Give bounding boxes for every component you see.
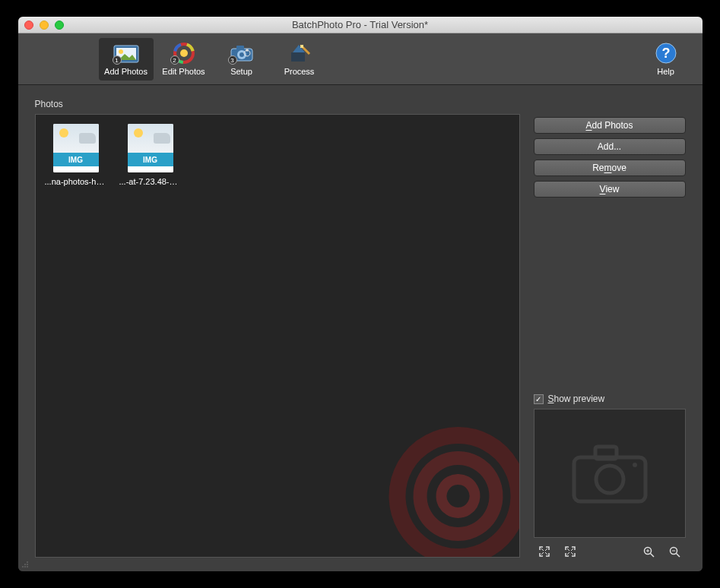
titlebar: BatchPhoto Pro - Trial Version* — [18, 17, 703, 33]
add-button[interactable]: Add... — [534, 138, 686, 155]
brand-swirl-icon — [382, 420, 520, 558]
show-preview-label: Show preview — [548, 394, 605, 404]
image-file-icon: IMG — [128, 124, 173, 172]
svg-point-29 — [27, 566, 28, 567]
svg-point-28 — [24, 566, 26, 567]
image-file-icon: IMG — [53, 124, 99, 172]
camera-placeholder-icon — [568, 439, 652, 507]
resize-grip-icon[interactable] — [21, 561, 29, 568]
app-window: BatchPhoto Pro - Trial Version* 1 Add Ph… — [18, 17, 703, 571]
side-panel: Add Photos Add... Remove View ✓ S — [534, 114, 686, 558]
svg-point-11 — [239, 52, 244, 57]
fit-to-window-icon[interactable] — [538, 545, 550, 558]
photos-section-label: Photos — [35, 99, 686, 109]
svg-text:?: ? — [661, 46, 670, 61]
show-preview-checkbox[interactable]: ✓ — [534, 394, 544, 404]
toolbar-label: Edit Photos — [162, 67, 205, 76]
toolbar-label: Process — [284, 67, 315, 76]
thumbnail-label: ...-at-7.23.48-PM — [119, 177, 182, 186]
preview-well — [534, 409, 686, 538]
close-window-button[interactable] — [24, 21, 33, 30]
photo-thumbnail[interactable]: IMG ...na-photos-hero — [45, 124, 107, 186]
setup-step-button[interactable]: 3 Setup — [214, 38, 269, 81]
svg-point-2 — [119, 49, 123, 54]
svg-point-30 — [24, 564, 26, 565]
preview-controls — [534, 538, 686, 558]
svg-point-19 — [633, 463, 637, 467]
svg-point-18 — [596, 466, 623, 493]
minimize-window-button[interactable] — [40, 21, 49, 30]
add-photos-button[interactable]: Add Photos — [534, 117, 686, 134]
help-button[interactable]: ? Help — [639, 38, 693, 81]
svg-rect-17 — [595, 447, 617, 459]
side-button-stack: Add Photos Add... Remove View — [534, 117, 686, 198]
add-photos-icon: 1 — [113, 42, 140, 65]
main-body: Photos IMG ...na-photos-hero IMG — [18, 85, 703, 571]
remove-button[interactable]: Remove — [534, 160, 686, 176]
preview-section: ✓ Show preview — [534, 257, 686, 558]
add-photos-step-button[interactable]: 1 Add Photos — [99, 38, 154, 81]
step-badge-3: 3 — [228, 55, 237, 65]
thumbnail-label: ...na-photos-hero — [45, 177, 107, 186]
toolbar-label: Setup — [230, 67, 252, 76]
window-controls — [24, 21, 64, 30]
photo-list-well[interactable]: IMG ...na-photos-hero IMG ...-at-7.23.48… — [35, 114, 520, 558]
setup-icon: 3 — [228, 42, 255, 65]
process-step-button[interactable]: Process — [272, 38, 327, 81]
svg-point-31 — [27, 564, 28, 565]
zoom-window-button[interactable] — [55, 21, 64, 30]
svg-line-21 — [651, 553, 655, 557]
help-icon: ? — [652, 42, 680, 65]
img-badge: IMG — [128, 153, 173, 166]
edit-photos-icon: 2 — [170, 42, 198, 65]
process-icon — [286, 42, 313, 65]
img-badge: IMG — [53, 153, 99, 166]
view-button[interactable]: View — [534, 181, 686, 198]
main-toolbar: 1 Add Photos 2 Edit Photos — [18, 33, 703, 85]
photo-thumbnail[interactable]: IMG ...-at-7.23.48-PM — [119, 124, 182, 186]
svg-point-7 — [180, 49, 188, 57]
show-preview-row: ✓ Show preview — [534, 394, 686, 404]
zoom-out-icon[interactable] — [669, 545, 681, 558]
window-title: BatchPhoto Pro - Trial Version* — [18, 19, 703, 30]
svg-point-27 — [22, 566, 24, 567]
toolbar-label: Help — [657, 67, 674, 76]
svg-rect-12 — [291, 52, 305, 62]
toolbar-label: Add Photos — [104, 67, 147, 76]
step-badge-2: 2 — [170, 55, 179, 65]
svg-point-32 — [27, 561, 28, 563]
zoom-in-icon[interactable] — [643, 545, 655, 558]
svg-line-25 — [677, 553, 680, 557]
step-badge-1: 1 — [113, 55, 122, 65]
edit-photos-step-button[interactable]: 2 Edit Photos — [157, 38, 211, 81]
svg-rect-9 — [236, 46, 244, 50]
fullscreen-icon[interactable] — [564, 545, 576, 558]
